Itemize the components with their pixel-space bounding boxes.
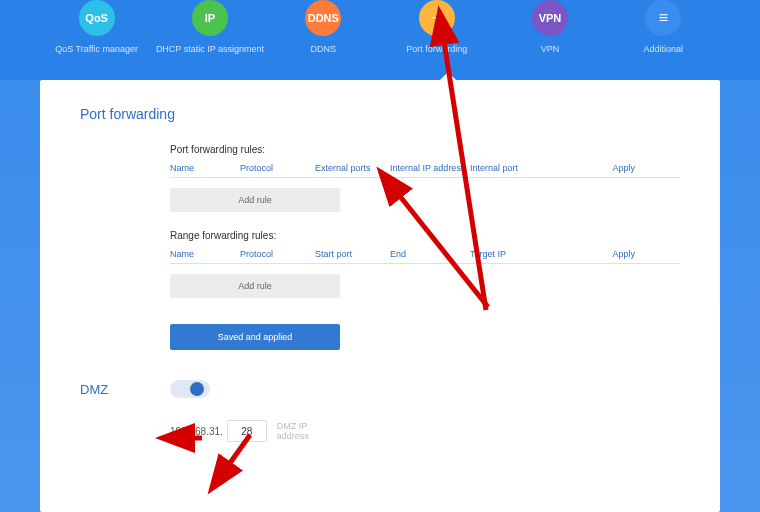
col-target-ip: Target IP xyxy=(470,249,545,259)
page-title: Port forwarding xyxy=(80,106,680,122)
col-name: Name xyxy=(170,163,240,173)
save-section: Saved and applied xyxy=(170,324,680,350)
plus-icon: + xyxy=(419,0,455,36)
vpn-icon: VPN xyxy=(532,0,568,36)
range-rules-title: Range forwarding rules: xyxy=(170,230,680,241)
dmz-help-1: DMZ IP xyxy=(277,421,309,431)
col-external-ports: External ports xyxy=(315,163,390,173)
nav-item-dhcp[interactable]: IP DHCP static IP assignment xyxy=(155,0,265,54)
dmz-label: DMZ xyxy=(80,382,170,397)
nav-label: Additional xyxy=(644,44,684,54)
col-internal-ip: Internal IP address xyxy=(390,163,470,173)
nav-item-qos[interactable]: QoS QoS Traffic manager xyxy=(42,0,152,54)
dmz-row: DMZ xyxy=(80,380,680,398)
ddns-icon: DDNS xyxy=(305,0,341,36)
nav-label: QoS Traffic manager xyxy=(55,44,138,54)
port-rules-header: Name Protocol External ports Internal IP… xyxy=(170,163,680,178)
col-apply: Apply xyxy=(545,163,635,173)
col-protocol: Protocol xyxy=(240,249,315,259)
dmz-help-2: address xyxy=(277,431,309,441)
dmz-ip-input[interactable] xyxy=(227,420,267,442)
nav-item-ddns[interactable]: DDNS DDNS xyxy=(268,0,378,54)
nav-item-port-forwarding[interactable]: + Port forwarding xyxy=(382,0,492,54)
range-rules-header: Name Protocol Start port End Target IP A… xyxy=(170,249,680,264)
range-forwarding-section: Range forwarding rules: Name Protocol St… xyxy=(170,230,680,298)
port-forwarding-section: Port forwarding rules: Name Protocol Ext… xyxy=(170,144,680,212)
dmz-ip-prefix: 192.168.31. xyxy=(170,426,223,437)
main-panel: Port forwarding Port forwarding rules: N… xyxy=(40,80,720,512)
nav-label: Port forwarding xyxy=(406,44,467,54)
col-apply: Apply xyxy=(545,249,635,259)
hamburger-icon: ≡ xyxy=(645,0,681,36)
dmz-ip-row: 192.168.31. DMZ IP address xyxy=(170,420,680,442)
col-internal-port: Internal port xyxy=(470,163,545,173)
col-name: Name xyxy=(170,249,240,259)
ip-icon: IP xyxy=(192,0,228,36)
nav-item-vpn[interactable]: VPN VPN xyxy=(495,0,605,54)
nav-item-additional[interactable]: ≡ Additional xyxy=(608,0,718,54)
top-navigation: QoS QoS Traffic manager IP DHCP static I… xyxy=(0,0,760,80)
col-protocol: Protocol xyxy=(240,163,315,173)
port-rules-title: Port forwarding rules: xyxy=(170,144,680,155)
nav-label: DDNS xyxy=(311,44,337,54)
nav-label: VPN xyxy=(541,44,560,54)
save-apply-button[interactable]: Saved and applied xyxy=(170,324,340,350)
add-range-rule-button[interactable]: Add rule xyxy=(170,274,340,298)
col-end: End xyxy=(390,249,470,259)
qos-icon: QoS xyxy=(79,0,115,36)
dmz-toggle[interactable] xyxy=(170,380,210,398)
add-port-rule-button[interactable]: Add rule xyxy=(170,188,340,212)
dmz-ip-help: DMZ IP address xyxy=(277,421,309,441)
nav-label: DHCP static IP assignment xyxy=(156,44,264,54)
col-start-port: Start port xyxy=(315,249,390,259)
toggle-knob xyxy=(190,382,204,396)
